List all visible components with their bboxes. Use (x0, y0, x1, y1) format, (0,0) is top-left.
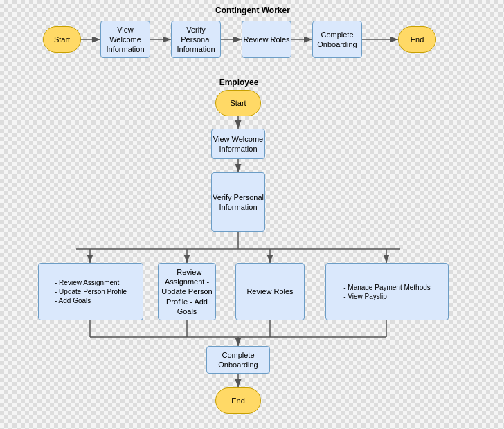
emp-start-node: Start (215, 90, 261, 116)
emp-roles-node: - Review Assignment - Update Person Prof… (158, 263, 216, 320)
emp-complete-node: Complete Onboarding (206, 346, 270, 374)
emp-verify-node: Verify Personal Information (211, 172, 265, 232)
cw-verify-node: Verify Personal Information (171, 21, 221, 58)
emp-payment-node: - Manage Payment Methods - View Payslip (325, 263, 449, 320)
emp-assignment-node: - Review Assignment - Update Person Prof… (38, 263, 143, 320)
cw-complete-node: Complete Onboarding (312, 21, 362, 58)
cw-start-node: Start (43, 26, 81, 53)
cw-welcome-node: View Welcome Information (100, 21, 150, 58)
emp-welcome-node: View Welcome Information (211, 129, 265, 159)
employee-title: Employee (201, 77, 277, 87)
emp-end-node: End (215, 387, 261, 414)
emp-compensation-node: Review Roles (235, 263, 305, 320)
diagram-content: Contingent Worker Start View Welcome Inf… (0, 0, 504, 429)
cw-roles-node: Review Roles (242, 21, 291, 58)
cw-end-node: End (398, 26, 436, 53)
section-divider (21, 73, 483, 73)
contingent-worker-title: Contingent Worker (187, 6, 318, 15)
diagram-container: Contingent Worker Start View Welcome Inf… (0, 0, 504, 429)
